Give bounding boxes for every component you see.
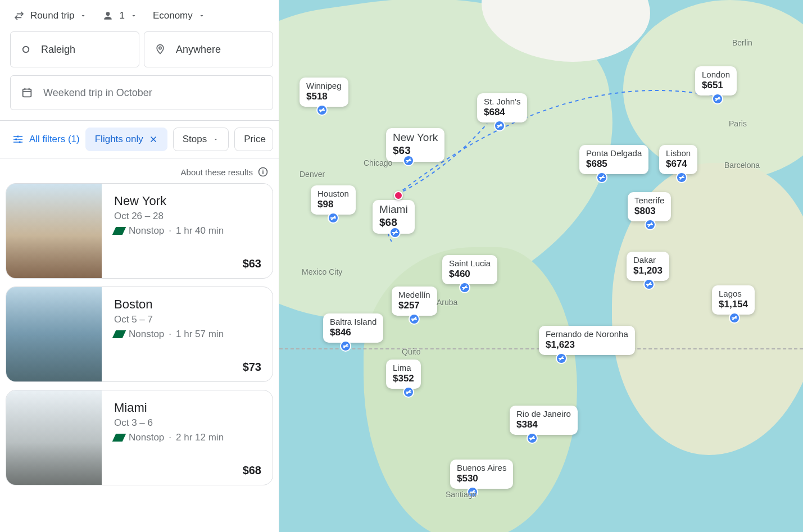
bubble-city: Tenerife — [634, 195, 664, 206]
price-bubble[interactable]: Winnipeg$518 — [300, 78, 348, 107]
about-results-label: About these results — [181, 167, 253, 177]
destination-input[interactable]: Anywhere — [144, 31, 273, 67]
trip-selectors: Round trip 1 Economy — [10, 10, 273, 21]
bubble-city: London — [702, 70, 730, 80]
all-filters-label: All filters (1) — [29, 134, 80, 145]
map-city-label: Barcelona — [724, 161, 760, 170]
price-bubble[interactable]: Saint Lucia$460 — [442, 255, 497, 284]
airline-icon — [112, 434, 126, 442]
result-dates: Oct 5 – 7 — [114, 314, 261, 325]
price-bubble[interactable]: Lima$352 — [386, 360, 421, 389]
flights-only-chip[interactable]: Flights only — [85, 128, 167, 151]
result-thumbnail — [6, 390, 102, 485]
chevron-down-icon — [198, 12, 205, 19]
bubble-city: Winnipeg — [306, 81, 342, 91]
bubble-price: $352 — [393, 373, 414, 384]
price-bubble[interactable]: Dakar$1,203 — [627, 252, 669, 281]
bubble-price: $1,154 — [719, 299, 748, 310]
bubble-city: Miami — [379, 203, 408, 216]
price-chip[interactable]: Price — [234, 128, 273, 151]
price-bubble[interactable]: Houston$98 — [311, 185, 356, 215]
airport-icon — [596, 172, 607, 183]
svg-point-3 — [17, 135, 19, 137]
result-duration: 1 hr 57 min — [176, 329, 224, 340]
svg-point-4 — [15, 138, 17, 140]
price-bubble[interactable]: London$651 — [695, 66, 737, 96]
trip-type-selector[interactable]: Round trip — [13, 10, 87, 21]
all-filters-button[interactable]: All filters (1) — [12, 134, 80, 145]
price-bubble[interactable]: Tenerife$803 — [628, 192, 671, 221]
map-city-label: Berlin — [732, 38, 752, 47]
bubble-price: $803 — [634, 206, 664, 217]
pin-icon — [155, 44, 166, 55]
price-bubble[interactable]: Lisbon$674 — [659, 145, 697, 174]
price-bubble[interactable]: Lagos$1,154 — [712, 285, 755, 315]
stops-chip[interactable]: Stops — [173, 128, 229, 151]
result-duration: 2 hr 12 min — [176, 432, 224, 443]
chevron-down-icon — [130, 12, 137, 19]
price-bubble[interactable]: Baltra Island$846 — [323, 313, 383, 343]
price-bubble[interactable]: Medellín$257 — [392, 287, 437, 316]
result-card[interactable]: Miami Oct 3 – 6 Nonstop · 2 hr 12 min $6… — [6, 390, 273, 485]
passengers-selector[interactable]: 1 — [102, 10, 137, 21]
location-row: Raleigh Anywhere — [10, 31, 273, 67]
bubble-price: $1,623 — [546, 339, 628, 351]
map-city-label: Paris — [729, 119, 747, 128]
price-bubble[interactable]: Buenos Aires$530 — [450, 460, 513, 489]
result-body: New York Oct 26 – 28 Nonstop · 1 hr 40 m… — [102, 184, 273, 278]
svg-point-5 — [19, 141, 21, 143]
date-input[interactable]: Weekend trip in October — [10, 75, 273, 110]
result-duration: 1 hr 40 min — [176, 225, 224, 237]
bubble-price: $518 — [306, 91, 342, 102]
result-stops: Nonstop — [129, 225, 164, 237]
bubble-price: $685 — [586, 158, 642, 170]
bubble-price: $460 — [449, 269, 491, 280]
airport-icon — [494, 120, 505, 131]
map[interactable]: Winnipeg$518St. John's$684New York$63Hou… — [279, 0, 803, 532]
price-bubble[interactable]: St. John's$684 — [477, 93, 527, 122]
bubble-city: New York — [393, 131, 438, 144]
origin-input[interactable]: Raleigh — [10, 31, 139, 67]
person-icon — [102, 10, 114, 21]
bubble-city: Lisbon — [666, 148, 691, 158]
map-city-label: Quito — [402, 347, 420, 356]
map-city-label: Santiago — [446, 490, 477, 499]
results-list: New York Oct 26 – 28 Nonstop · 1 hr 40 m… — [0, 183, 279, 532]
bubble-city: Saint Lucia — [449, 258, 491, 269]
result-body: Miami Oct 3 – 6 Nonstop · 2 hr 12 min $6… — [102, 390, 273, 485]
bubble-price: $846 — [330, 327, 376, 338]
price-bubble[interactable]: Fernando de Noronha$1,623 — [539, 326, 635, 355]
cabin-selector[interactable]: Economy — [153, 10, 205, 21]
about-results[interactable]: About these results — [0, 158, 279, 183]
origin-marker — [394, 191, 403, 200]
airport-icon — [389, 227, 401, 238]
bubble-price: $530 — [457, 473, 506, 484]
svg-point-0 — [23, 47, 29, 53]
airport-icon — [643, 279, 655, 290]
price-bubble[interactable]: Rio de Janeiro$384 — [510, 406, 578, 435]
price-bubble[interactable]: Ponta Delgada$685 — [579, 145, 648, 174]
airline-icon — [112, 227, 126, 235]
result-card[interactable]: New York Oct 26 – 28 Nonstop · 1 hr 40 m… — [6, 183, 273, 279]
bubble-price: $1,203 — [633, 265, 663, 276]
search-header: Round trip 1 Economy Raleigh Anywhere — [0, 0, 279, 120]
bubble-price: $257 — [398, 300, 430, 311]
price-bubble[interactable]: New York$63 — [386, 128, 444, 162]
bubble-price: $63 — [393, 144, 438, 157]
search-panel: Round trip 1 Economy Raleigh Anywhere — [0, 0, 279, 532]
airport-icon — [556, 353, 567, 364]
bubble-price: $384 — [516, 419, 571, 430]
airport-icon — [403, 387, 414, 398]
airport-icon — [676, 172, 687, 183]
result-price: $68 — [114, 464, 261, 477]
bubble-price: $674 — [666, 158, 691, 170]
result-stops: Nonstop — [129, 432, 164, 443]
result-card[interactable]: Boston Oct 5 – 7 Nonstop · 1 hr 57 min $… — [6, 287, 273, 382]
bubble-city: Houston — [317, 189, 349, 199]
destination-value: Anywhere — [176, 44, 221, 56]
bubble-city: Buenos Aires — [457, 463, 506, 473]
result-price: $73 — [114, 361, 261, 374]
result-city: New York — [114, 194, 261, 208]
airport-icon — [328, 212, 339, 224]
airport-icon — [316, 104, 328, 116]
